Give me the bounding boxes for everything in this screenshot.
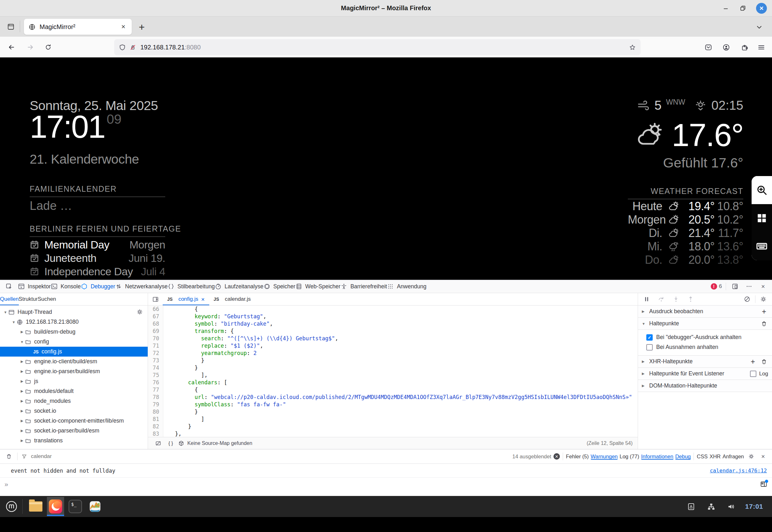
taskbar-file-manager[interactable] [27,497,44,516]
pause-on-debugger-row[interactable]: ✓ Bei "debugger"-Ausdruck anhalten [638,332,772,342]
line-number[interactable]: 81 [148,416,163,423]
line-number[interactable]: 82 [148,423,163,430]
code-line[interactable]: 81 ] [148,416,638,423]
console-filter-anfragen[interactable]: Anfragen [723,454,744,460]
devtools-tab-inspektor[interactable]: Inspektor [18,280,51,293]
checkbox-unchecked-icon[interactable] [646,344,653,351]
devtools-tab-laufzeitanalyse[interactable]: Laufzeitanalyse [215,280,264,293]
console-filter-warnungen[interactable]: Warnungen [591,454,618,460]
line-number[interactable]: 67 [148,313,163,320]
line-number[interactable]: 72 [148,350,163,357]
debugger-settings-gear-icon[interactable] [759,295,768,303]
extensions-puzzle-button[interactable] [738,41,751,54]
code-line[interactable]: 70 search: "^([^\\s]+) (\\d{4}) Geburtst… [148,335,638,342]
pause-on-exceptions-row[interactable]: Bei Ausnahmen anhalten [638,342,772,352]
line-number[interactable]: 70 [148,335,163,342]
caret-right-icon[interactable]: ▶ [19,429,25,433]
tree-item-js[interactable]: ▶js [0,376,148,386]
pretty-print-button[interactable]: { } [168,440,173,446]
code-line[interactable]: 83 }, [148,430,638,437]
breakpoints-header[interactable]: ▼ Haltepunkte [638,318,772,330]
console-filter-fehler-5[interactable]: Fehler (5) [566,454,589,460]
bookmark-star-icon[interactable] [629,44,636,51]
tree-item-haupt-thread[interactable]: ▼Haupt-Thread [0,307,148,317]
tab-close-icon[interactable]: × [119,23,127,31]
console-filter-input[interactable]: calendar [31,453,52,460]
tree-item-translations[interactable]: ▶translations [0,436,148,446]
caret-right-icon[interactable]: ▶ [19,439,25,443]
tree-item-socket-io-component-emitter-lib-esm[interactable]: ▶socket.io-component-emitter/lib/esm [0,416,148,426]
code-line[interactable]: 74 } [148,364,638,372]
xhr-breakpoints-header[interactable]: ▶ XHR-Haltepunkte + [638,356,772,368]
line-number[interactable]: 71 [148,342,163,350]
tree-item-node-modules[interactable]: ▶node_modules [0,396,148,406]
clear-hidden-filter-icon[interactable]: ✕ [553,453,560,460]
event-listener-breakpoints-header[interactable]: ▶ Haltepunkte für Event Listener Log [638,368,772,380]
devtools-tab-debugger[interactable]: Debugger [81,280,115,293]
devtools-tab-konsole[interactable]: Konsole [51,280,81,293]
code-line[interactable]: 69 transform: { [148,328,638,335]
clear-console-trash-icon[interactable] [4,452,13,461]
code-line[interactable]: 66 { [148,306,638,313]
disable-breakpoints-button[interactable] [743,295,751,303]
dom-mutation-breakpoints-header[interactable]: ▶ DOM-Mutation-Haltepunkte [638,380,772,392]
checkbox-checked-icon[interactable]: ✓ [646,334,653,341]
step-out-button[interactable] [687,295,695,303]
list-all-tabs-button[interactable] [753,23,765,32]
step-in-button[interactable] [672,295,680,303]
caret-right-icon[interactable]: ▶ [19,389,25,393]
console-close-button[interactable]: × [759,452,768,461]
line-number[interactable]: 66 [148,306,163,313]
error-badge[interactable]: !6 [711,283,722,290]
onscreen-keyboard-button[interactable] [752,232,772,260]
code-line[interactable]: 75 ], [148,372,638,379]
code-line[interactable]: 76 calendars: [ [148,379,638,386]
devtools-tab-web-speicher[interactable]: Web-Speicher [295,280,341,293]
caret-down-icon[interactable]: ▼ [19,340,25,344]
console-filter-informationen[interactable]: Informationen [641,454,673,460]
tree-item-engine-io-client-build-esm[interactable]: ▶engine.io-client/build/esm [0,357,148,366]
insecure-lock-icon[interactable] [129,44,137,51]
code-line[interactable]: 79 symbolClass: "fas fa-fw fa-" [148,401,638,408]
devtools-close-button[interactable]: × [758,281,768,292]
console-filter-debug[interactable]: Debug [675,454,691,460]
code-line[interactable]: 82 } [148,423,638,430]
code-line[interactable]: 73 } [148,357,638,364]
tree-item-config-js[interactable]: JSconfig.js [0,347,148,357]
console-filter-log-77[interactable]: Log (77) [620,454,639,460]
network-icon[interactable] [705,502,717,511]
devtools-tab-stilbearbeitung[interactable]: Stilbearbeitung [167,280,215,293]
caret-right-icon[interactable]: ▶ [19,369,25,373]
line-number[interactable]: 76 [148,379,163,386]
close-button[interactable]: ✕ [756,3,767,14]
url-bar[interactable]: 192.168.178.21:8080 [114,39,641,55]
caret-right-icon[interactable]: ▶ [19,330,25,334]
responsive-mode-button[interactable] [730,281,740,292]
line-number[interactable]: 68 [148,320,163,328]
console-message-row[interactable]: event not hidden and not fullday calenda… [0,464,772,478]
pocket-button[interactable] [702,41,715,54]
line-number[interactable]: 75 [148,372,163,379]
devtools-tab-barrierefreiheit[interactable]: Barrierefreiheit [340,280,387,293]
caret-right-icon[interactable]: ▶ [19,359,25,364]
reload-button[interactable] [42,41,55,54]
source-tab-calendar-js[interactable]: JScalendar.js [209,293,255,305]
remove-xhr-breakpoints-trash-icon[interactable] [760,358,768,366]
tree-item-engine-io-parser-build-esm[interactable]: ▶engine.io-parser/build/esm [0,366,148,376]
sources-settings-gear-icon[interactable] [136,308,143,316]
removable-media-eject-icon[interactable] [685,502,697,511]
mint-menu-button[interactable] [3,498,20,515]
source-tab-config-js[interactable]: JSconfig.js× [163,293,209,305]
taskbar-system-monitor[interactable] [86,497,104,516]
tree-item-modules-default[interactable]: ▶modules/default [0,386,148,396]
line-number[interactable]: 80 [148,408,163,416]
caret-down-icon[interactable]: ▼ [3,310,8,314]
menu-hamburger-button[interactable] [755,41,768,54]
close-tab-icon[interactable]: × [201,296,205,302]
devtools-menu-button[interactable] [744,281,754,292]
console-filter-xhr[interactable]: XHR [709,454,721,460]
console-settings-gear-icon[interactable] [747,452,756,461]
line-number[interactable]: 74 [148,364,163,372]
code-line[interactable]: 77 { [148,386,638,394]
back-button[interactable] [5,41,18,54]
